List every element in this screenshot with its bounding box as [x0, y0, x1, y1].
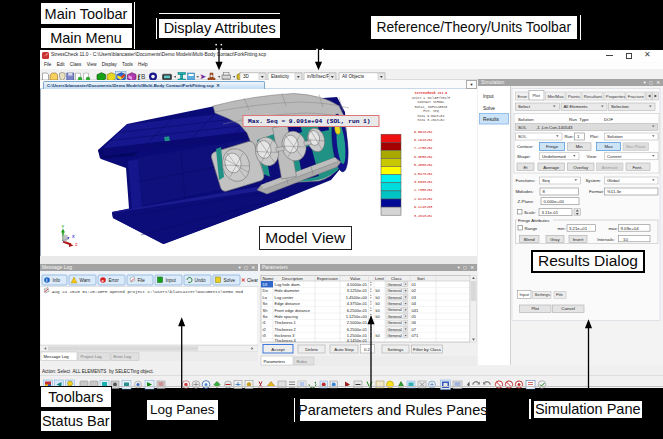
svg-text:Aug 24 2020 01:25:48PM Opene: Aug 24 2020 01:25:48PM Opened project C:…	[52, 290, 243, 294]
svg-text:Global: Global	[607, 178, 619, 183]
svg-text:All Objects: All Objects	[342, 74, 365, 79]
svg-text:9.09e+04: 9.09e+04	[621, 226, 640, 231]
svg-text:Current: Current	[607, 154, 622, 159]
svg-text:Lug center: Lug center	[275, 295, 295, 300]
svg-text:Warn: Warn	[80, 278, 91, 283]
svg-text:max:: max:	[609, 226, 618, 231]
svg-text:071: 071	[412, 333, 419, 338]
svg-text:02: 02	[412, 288, 417, 293]
svg-text:6.365e+04: 6.365e+04	[414, 155, 432, 159]
svg-text:Contour:: Contour:	[517, 144, 533, 149]
svg-text:CONTACT SCHOOL: CONTACT SCHOOL	[418, 100, 445, 104]
svg-text:2.5000e-01: 2.5000e-01	[347, 320, 368, 325]
svg-text:Font..: Font..	[633, 165, 644, 170]
svg-text:Intervals:: Intervals:	[597, 237, 614, 242]
svg-text:Fringe Attributes: Fringe Attributes	[518, 218, 549, 223]
svg-text:Overlay: Overlay	[573, 165, 589, 170]
svg-text:3D: 3D	[243, 74, 250, 79]
svg-text:Plot: Plot	[531, 306, 539, 311]
svg-text:Max= 9.091e+04: Max= 9.091e+04	[418, 114, 445, 118]
svg-text:All Elements: All Elements	[564, 104, 588, 109]
svg-text:6.2500e-01: 6.2500e-01	[347, 308, 368, 313]
svg-text:Seq: Seq	[542, 178, 550, 183]
svg-text:Error: Error	[109, 278, 120, 283]
svg-text:Input: Input	[166, 278, 177, 283]
svg-text:Format:: Format:	[589, 189, 604, 194]
svg-text:Delete: Delete	[305, 347, 318, 352]
svg-text:units = IN/LBF/SEC/F: units = IN/LBF/SEC/F	[412, 96, 450, 100]
svg-text:Blend: Blend	[524, 237, 536, 242]
svg-text:1.1250e+00: 1.1250e+00	[346, 314, 368, 319]
svg-text:1.4500e+00: 1.4500e+00	[346, 295, 368, 300]
svg-text:Gray: Gray	[550, 237, 560, 242]
svg-text:Name: Name	[263, 276, 275, 281]
svg-text:Undeformed: Undeformed	[542, 154, 566, 159]
svg-text:Undo: Undo	[195, 278, 206, 283]
svg-text:Lug hole diam.: Lug hole diam.	[275, 282, 301, 287]
svg-text:Cancel: Cancel	[561, 306, 575, 311]
svg-text:Se: Se	[263, 301, 269, 306]
svg-text:StressCheck V11.0: StressCheck V11.0	[415, 91, 448, 95]
svg-text:Hole spacing: Hole spacing	[275, 314, 298, 319]
svg-text:Input: Input	[520, 292, 530, 297]
svg-text:Sh: Sh	[263, 308, 268, 313]
svg-text:06: 06	[412, 320, 417, 325]
svg-text:4.547e+04: 4.547e+04	[414, 172, 432, 176]
svg-text:Settings: Settings	[535, 292, 551, 297]
svg-text:File: File	[138, 278, 146, 283]
svg-text:Thickness 1: Thickness 1	[275, 320, 297, 325]
svg-text:Description: Description	[282, 276, 304, 281]
svg-text:9.091e+04: 9.091e+04	[414, 130, 432, 134]
svg-text:Invert: Invert	[573, 237, 585, 242]
svg-text:Filter by Class: Filter by Class	[413, 347, 442, 352]
svg-text:Scale:: Scale:	[524, 210, 536, 215]
svg-text:03: 03	[412, 295, 417, 300]
svg-text:SOL: SOL	[518, 134, 527, 139]
svg-text:Error: Error	[518, 94, 528, 99]
svg-text:Thickness 2: Thickness 2	[275, 327, 297, 332]
svg-text:3.638e+04: 3.638e+04	[414, 180, 432, 184]
svg-text:5.456e+04: 5.456e+04	[414, 163, 432, 167]
svg-text:Project Log: Project Log	[81, 354, 103, 359]
svg-text:3.21e+01: 3.21e+01	[569, 226, 588, 231]
svg-text:Min: Min	[576, 144, 584, 149]
svg-text:8.181e+04: 8.181e+04	[414, 138, 432, 142]
svg-text:Min= 3.261e+02: Min= 3.261e+02	[418, 118, 445, 122]
svg-text:Select: Select	[518, 104, 531, 109]
svg-text:4.5000e-01: 4.5000e-01	[347, 282, 368, 287]
svg-text:Sort: Sort	[417, 276, 426, 281]
svg-text:Plot:: Plot:	[590, 134, 599, 139]
svg-text:✕: ✕	[241, 277, 246, 283]
svg-text:7.270e+04: 7.270e+04	[414, 146, 432, 150]
svg-text:Edge distance: Edge distance	[275, 301, 301, 306]
svg-text:Solution: Solution	[518, 117, 534, 122]
svg-text:Range: Range	[525, 226, 538, 231]
svg-text:Average: Average	[543, 165, 560, 170]
svg-text:4.1450e-01: 4.1450e-01	[347, 338, 368, 343]
svg-text:%11.3e: %11.3e	[607, 189, 622, 194]
svg-text:Shape:: Shape:	[517, 154, 531, 159]
svg-text:Input: Input	[483, 94, 494, 99]
svg-text:min:: min:	[558, 226, 566, 231]
svg-text:041: 041	[412, 308, 419, 313]
svg-text:Z: Z	[75, 242, 78, 247]
svg-text:Run Type: Run Type	[569, 117, 589, 122]
svg-text:Min/Max: Min/Max	[548, 94, 565, 99]
svg-text:X: X	[72, 234, 75, 239]
svg-text:4.3750e-01: 4.3750e-01	[347, 301, 368, 306]
svg-text:DOF: DOF	[604, 117, 613, 122]
svg-text:Dll: Dll	[263, 282, 268, 287]
svg-text:Resultant: Resultant	[584, 94, 603, 99]
svg-text:Fcn: Seq: Fcn: Seq	[423, 109, 438, 113]
svg-text:04: 04	[412, 301, 417, 306]
svg-text:0.000e+00: 0.000e+00	[544, 199, 565, 204]
svg-text:Functions:: Functions:	[516, 178, 536, 183]
svg-text:3.11e-01: 3.11e-01	[542, 210, 559, 215]
svg-text:System:: System:	[586, 178, 602, 183]
svg-text:Results: Results	[483, 117, 500, 122]
svg-text:Max. Seq = 9.091e+04 (SOL, r: Max. Seq = 9.091e+04 (SOL, run 1)	[248, 118, 371, 125]
svg-text:in/lbf/sec/F: in/lbf/sec/F	[307, 74, 329, 79]
svg-text:Accept: Accept	[271, 347, 285, 352]
svg-text:Info: Info	[53, 278, 61, 283]
svg-text:Properties: Properties	[606, 94, 626, 99]
